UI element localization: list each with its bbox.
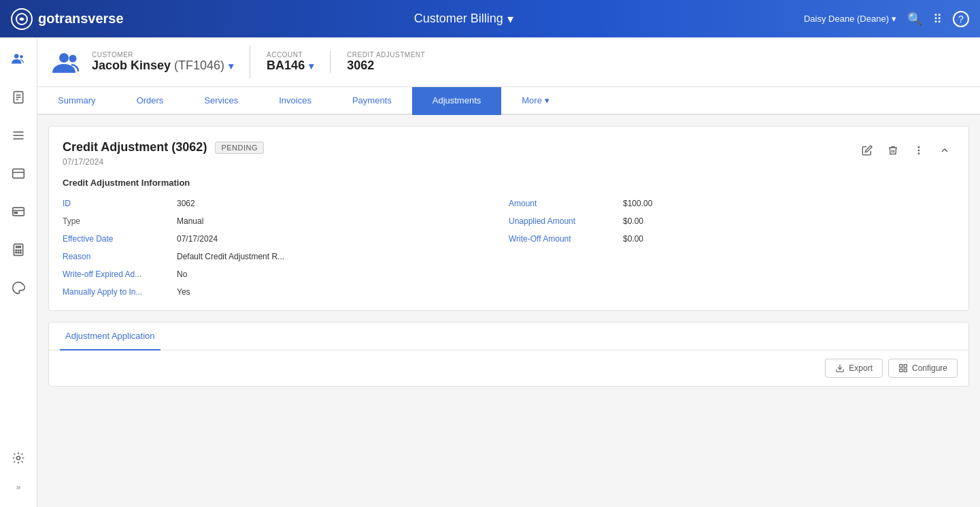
delete-button[interactable] — [883, 140, 903, 161]
adjustment-date: 07/17/2024 — [63, 157, 264, 167]
reason-label: Reason — [63, 252, 171, 261]
customer-label: CUSTOMER — [92, 51, 233, 59]
brand-icon — [11, 8, 33, 30]
tab-more[interactable]: More ▾ — [501, 87, 569, 115]
brand[interactable]: gotransverse — [11, 8, 124, 30]
effective-date-label: Effective Date — [63, 234, 171, 244]
sidebar-bottom: » — [5, 444, 32, 499]
export-button[interactable]: Export — [825, 359, 883, 378]
adjustment-title-block: Credit Adjustment (3062) PENDING 07/17/2… — [63, 140, 264, 167]
info-col-left: ID 3062 Type Manual Effective Date 07/17… — [63, 199, 509, 297]
svg-point-27 — [918, 150, 920, 152]
account-dropdown-icon[interactable]: ▾ — [309, 61, 314, 71]
navbar: gotransverse Customer Billing ▾ Daisy De… — [0, 0, 980, 37]
svg-point-17 — [16, 250, 17, 251]
unapplied-amount-value: $0.00 — [623, 216, 643, 226]
navbar-title-dropdown-icon[interactable]: ▾ — [507, 12, 513, 27]
reason-value: Default Credit Adjustment R... — [177, 252, 284, 261]
write-off-amount-label: Write-Off Amount — [509, 234, 618, 244]
info-row-write-off-expired: Write-off Expired Ad... No — [63, 269, 509, 279]
customer-name: Jacob Kinsey (TF1046) ▾ — [92, 59, 233, 73]
adjustment-title-row: Credit Adjustment (3062) PENDING — [63, 140, 264, 154]
adjustment-actions — [857, 140, 955, 161]
sidebar-item-palette[interactable] — [5, 274, 32, 301]
svg-rect-32 — [904, 369, 907, 372]
adjustment-card-header: Credit Adjustment (3062) PENDING 07/17/2… — [63, 140, 955, 167]
adjustment-title: Credit Adjustment (3062) — [63, 140, 207, 154]
tab-payments[interactable]: Payments — [332, 87, 412, 115]
navbar-title: Customer Billing — [414, 12, 503, 26]
svg-point-1 — [14, 54, 18, 58]
help-icon[interactable]: ? — [953, 11, 969, 27]
configure-button[interactable]: Configure — [888, 359, 958, 378]
bottom-tabs: Adjustment Application — [49, 323, 968, 350]
svg-point-26 — [918, 146, 920, 148]
amount-value: $100.00 — [623, 199, 652, 208]
collapse-button[interactable] — [934, 140, 955, 161]
navbar-right: Daisy Deane (Deane) ▾ 🔍 ⠿ ? — [804, 11, 969, 27]
write-off-expired-value: No — [177, 269, 187, 279]
type-label: Type — [63, 216, 171, 226]
tab-invoices[interactable]: Invoices — [258, 87, 332, 115]
manually-apply-value: Yes — [177, 287, 190, 297]
account-label: ACCOUNT — [267, 51, 314, 59]
svg-point-24 — [59, 53, 69, 63]
effective-date-value: 07/17/2024 — [177, 234, 218, 244]
sidebar: » — [0, 37, 37, 507]
more-options-button[interactable] — [909, 140, 929, 161]
manually-apply-label: Manually Apply to In... — [63, 287, 171, 297]
user-menu[interactable]: Daisy Deane (Deane) ▾ — [804, 14, 896, 24]
info-row-write-off-amount: Write-Off Amount $0.00 — [509, 234, 955, 244]
account-value: BA146 ▾ — [267, 59, 314, 73]
navbar-center: Customer Billing ▾ — [124, 12, 804, 27]
sidebar-item-billing[interactable] — [5, 160, 32, 187]
content-area: Credit Adjustment (3062) PENDING 07/17/2… — [37, 115, 980, 507]
sidebar-item-settings[interactable] — [5, 444, 32, 472]
sidebar-item-documents[interactable] — [5, 84, 32, 111]
sidebar-expand[interactable]: » — [16, 483, 21, 492]
svg-point-22 — [20, 252, 22, 253]
amount-label: Amount — [509, 199, 618, 208]
bottom-actions: Export Configure — [49, 350, 968, 386]
search-icon[interactable]: 🔍 — [907, 12, 922, 27]
bottom-section: Adjustment Application Export — [48, 322, 969, 387]
user-name-text: Daisy Deane (Deane) — [804, 14, 889, 24]
tab-services[interactable]: Services — [184, 87, 258, 115]
tab-adjustments[interactable]: Adjustments — [412, 87, 502, 115]
svg-rect-30 — [900, 365, 902, 367]
svg-rect-31 — [904, 365, 907, 367]
svg-point-18 — [18, 250, 19, 251]
credit-adjustment-label: CREDIT ADJUSTMENT — [347, 51, 425, 59]
sidebar-item-customers[interactable] — [5, 46, 32, 73]
user-dropdown-icon: ▾ — [892, 14, 896, 24]
tab-orders[interactable]: Orders — [116, 87, 184, 115]
svg-rect-10 — [13, 169, 24, 178]
customer-avatar — [51, 46, 84, 78]
info-col-right: Amount $100.00 Unapplied Amount $0.00 Wr… — [509, 199, 955, 297]
id-value: 3062 — [177, 199, 195, 208]
edit-button[interactable] — [857, 140, 877, 161]
info-section-title: Credit Adjustment Information — [63, 178, 955, 188]
sidebar-item-card[interactable] — [5, 198, 32, 225]
id-label: ID — [63, 199, 171, 208]
svg-point-28 — [918, 152, 920, 154]
adjustment-card: Credit Adjustment (3062) PENDING 07/17/2… — [48, 126, 969, 311]
sidebar-item-calculator[interactable] — [5, 236, 32, 263]
sidebar-item-list[interactable] — [5, 122, 32, 149]
info-row-unapplied: Unapplied Amount $0.00 — [509, 216, 955, 226]
svg-rect-14 — [14, 212, 17, 214]
configure-label: Configure — [912, 363, 947, 373]
layout: » CUSTOMER Jacob Kinsey (TF1046) — [0, 37, 980, 507]
status-badge: PENDING — [215, 142, 264, 154]
info-row-id: ID 3062 — [63, 199, 509, 208]
customer-header: CUSTOMER Jacob Kinsey (TF1046) ▾ ACCOUNT… — [37, 37, 980, 87]
customer-dropdown-icon[interactable]: ▾ — [229, 61, 233, 71]
info-row-amount: Amount $100.00 — [509, 199, 955, 208]
grid-icon[interactable]: ⠿ — [933, 12, 942, 27]
svg-point-25 — [69, 55, 77, 63]
tab-adjustment-application[interactable]: Adjustment Application — [60, 323, 160, 350]
svg-rect-16 — [16, 246, 21, 248]
customer-name-text: Jacob Kinsey (TF1046) — [92, 59, 224, 73]
svg-point-2 — [20, 55, 23, 59]
tab-summary[interactable]: Summary — [37, 87, 116, 115]
